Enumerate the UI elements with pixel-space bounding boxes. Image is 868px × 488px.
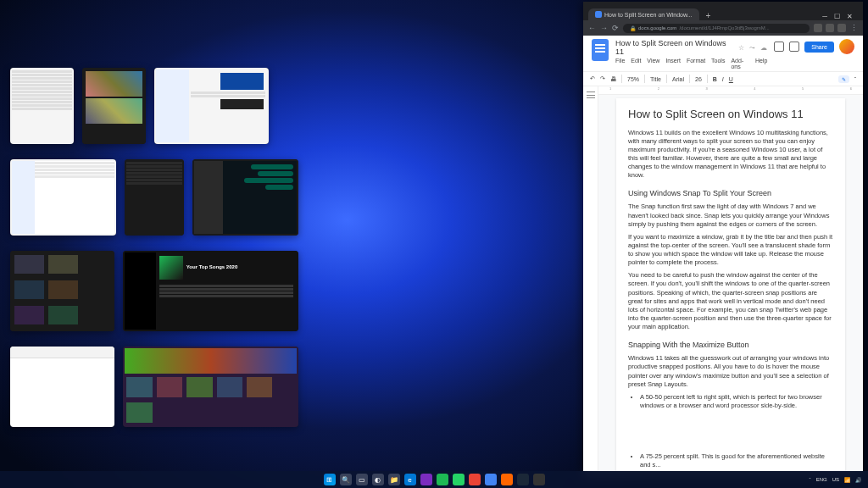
undo-icon[interactable]: ↶ (590, 75, 595, 82)
zoom-select[interactable]: 75% (627, 76, 639, 82)
doc-paragraph: The Snap function first saw the light of… (628, 202, 833, 228)
window-thumbnail-paint[interactable]: Untitled - Paint (10, 347, 114, 427)
taskbar-center: ⊞ 🔍 ▭ ◐ 📁 e (324, 474, 545, 485)
search-icon[interactable]: 🔍 (340, 474, 352, 485)
fontsize-select[interactable]: 26 (695, 76, 702, 82)
menu-addons[interactable]: Add-ons (731, 58, 748, 69)
outline-rail (583, 86, 598, 472)
window-thumbnail-steam[interactable]: Steam (10, 251, 114, 331)
window-thumbnail-virtualbox-2[interactable]: Oracle VM VirtualBox Manager (10, 159, 116, 236)
document-page[interactable]: How to Split Screen on Windows 11 Window… (616, 98, 845, 472)
cloud-icon: ☁ (760, 44, 767, 52)
extension-icon[interactable] (814, 24, 822, 32)
editing-mode-button[interactable]: ✎ (838, 75, 849, 83)
window-thumbnail-canva[interactable]: Untitled design - ... (82, 68, 146, 144)
underline-icon[interactable]: U (729, 76, 733, 82)
pinned-app-icon[interactable] (485, 474, 497, 485)
extension-icon[interactable] (837, 24, 846, 32)
style-select[interactable]: Title (650, 76, 661, 82)
network-icon[interactable]: 📶 (844, 477, 850, 483)
extension-icons (814, 24, 846, 32)
window-thumbnail-slack[interactable]: Slack | general | A... (125, 159, 184, 236)
close-icon[interactable]: ✕ (847, 13, 853, 20)
menu-edit[interactable]: Edit (631, 58, 641, 69)
doc-h2: Using Windows Snap To Split Your Screen (628, 188, 833, 198)
edge-icon[interactable]: e (404, 474, 416, 485)
doc-paragraph: Windows 11 takes all the guesswork out o… (628, 354, 833, 389)
bold-icon[interactable]: B (713, 76, 717, 82)
docs-header: How to Split Screen on Windows 11 ☆ ⤳ ☁ … (583, 36, 863, 71)
forward-icon[interactable]: → (600, 24, 608, 32)
maximize-icon[interactable]: ☐ (834, 13, 840, 20)
menu-tools[interactable]: Tools (711, 58, 725, 69)
volume-icon[interactable]: 🔊 (855, 477, 861, 483)
new-tab-button[interactable]: + (703, 11, 715, 20)
collapse-toolbar-icon[interactable]: ˆ (854, 76, 856, 82)
star-icon[interactable]: ☆ (738, 44, 744, 52)
window-thumbnail-gog[interactable]: GOG Galaxy 2.0.43 (123, 347, 298, 427)
pinned-app-icon[interactable] (469, 474, 481, 485)
task-view-row: Steam Spotify Premium Your Top Songs 202… (10, 251, 298, 331)
window-thumbnail-whatsapp[interactable]: WhatsApp (192, 159, 298, 236)
tray-chevron-icon[interactable]: ˄ (809, 477, 811, 483)
doc-paragraph: If you want to maximize a window, grab i… (628, 233, 833, 268)
window-thumbnail-inbox[interactable]: Inbox (3,974) - wi... (10, 68, 74, 144)
document-canvas: 123456 How to Split Screen on Windows 11… (583, 86, 863, 472)
menu-file[interactable]: File (615, 58, 625, 69)
doc-h1: How to Split Screen on Windows 11 (628, 107, 833, 122)
chrome-tabstrip: How to Split Screen on Window... + ─ ☐ ✕ (583, 2, 863, 20)
present-icon[interactable] (789, 42, 799, 52)
browser-tab[interactable]: How to Split Screen on Window... (588, 8, 699, 20)
apps-grid-icon[interactable] (774, 42, 784, 52)
redo-icon[interactable]: ↷ (600, 75, 605, 82)
back-icon[interactable]: ← (588, 24, 596, 32)
language-indicator[interactable]: ENG (816, 477, 827, 482)
region-indicator: US (832, 477, 839, 482)
font-select[interactable]: Arial (672, 76, 684, 82)
pinned-app-icon[interactable] (501, 474, 513, 485)
window-thumbnail-spotify[interactable]: Spotify Premium Your Top Songs 2020 (123, 251, 298, 331)
print-icon[interactable]: 🖶 (610, 76, 616, 82)
taskview-icon[interactable]: ▭ (356, 474, 368, 485)
chrome-address-bar: ← → ⟳ 🔒 docs.google.com/document/d/1J4Rm… (583, 20, 863, 36)
chrome-window: How to Split Screen on Window... + ─ ☐ ✕… (583, 2, 863, 472)
widgets-icon[interactable]: ◐ (372, 474, 384, 485)
doc-list-item: A 75-25 percent split. This is good for … (640, 452, 833, 469)
menu-format[interactable]: Format (687, 58, 705, 69)
menu-insert[interactable]: Insert (665, 58, 681, 69)
taskbar: ⊞ 🔍 ▭ ◐ 📁 e ˄ ENG US 📶 🔊 (0, 471, 868, 488)
pinned-app-icon[interactable] (533, 474, 545, 485)
pinned-app-icon[interactable] (517, 474, 529, 485)
explorer-icon[interactable]: 📁 (388, 474, 400, 485)
task-view-row: Oracle VM VirtualBox Manager Slack | gen… (10, 159, 298, 236)
task-view-grid: Inbox (3,974) - wi... Untitled design - … (10, 68, 298, 442)
menu-help[interactable]: Help (755, 58, 767, 69)
reload-icon[interactable]: ⟳ (612, 24, 619, 32)
pinned-app-icon[interactable] (437, 474, 448, 485)
window-thumbnail-virtualbox[interactable]: Oracle VM VirtualBox Manager (154, 68, 269, 144)
chrome-menu-icon[interactable]: ⋮ (850, 24, 858, 32)
pinned-app-icon[interactable] (420, 474, 432, 485)
pinned-app-icon[interactable] (453, 474, 465, 485)
url-field[interactable]: 🔒 docs.google.com/document/d/1J4RmpQo3tt… (623, 24, 810, 33)
ruler[interactable]: 123456 (598, 86, 863, 95)
start-button[interactable]: ⊞ (324, 474, 336, 485)
italic-icon[interactable]: I (722, 76, 724, 82)
outline-icon[interactable] (587, 92, 595, 98)
share-button[interactable]: Share (804, 42, 834, 53)
system-tray[interactable]: ˄ ENG US 📶 🔊 (809, 477, 861, 483)
doc-list-item: A 50-50 percent left to right split, whi… (640, 393, 833, 410)
google-docs-logo-icon[interactable] (592, 39, 609, 61)
menu-view[interactable]: View (647, 58, 659, 69)
account-avatar[interactable] (839, 39, 854, 54)
docs-menubar: File Edit View Insert Format Tools Add-o… (615, 58, 767, 69)
move-icon[interactable]: ⤳ (749, 44, 755, 52)
doc-paragraph: Windows 11 builds on the excellent Windo… (628, 129, 833, 180)
docs-toolbar: ↶ ↷ 🖶 75% Title Arial 26 B I U ✎ ˆ (583, 71, 863, 86)
document-title[interactable]: How to Split Screen on Windows 11 (615, 39, 733, 56)
minimize-icon[interactable]: ─ (822, 13, 827, 20)
lock-icon: 🔒 (630, 25, 636, 31)
task-view-row: Untitled - Paint GOG Galaxy 2.0.43 (10, 347, 298, 427)
tab-title: How to Split Screen on Window... (604, 12, 693, 18)
extension-icon[interactable] (826, 24, 834, 32)
